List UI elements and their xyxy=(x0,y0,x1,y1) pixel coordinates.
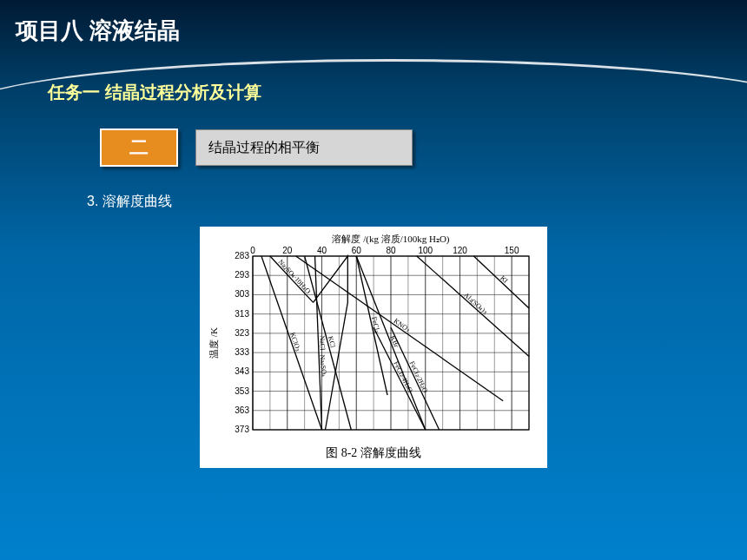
svg-text:323: 323 xyxy=(235,328,249,338)
page-title: 项目八 溶液结晶 xyxy=(16,16,747,46)
svg-text:373: 373 xyxy=(235,425,249,434)
svg-text:溶解度 /(kg 溶质/100kg H₂O): 溶解度 /(kg 溶质/100kg H₂O) xyxy=(332,234,449,245)
svg-text:150: 150 xyxy=(505,246,519,255)
svg-text:60: 60 xyxy=(352,246,362,255)
svg-text:313: 313 xyxy=(235,309,249,319)
section-header: 二 结晶过程的相平衡 xyxy=(100,128,747,167)
svg-text:0: 0 xyxy=(250,246,255,255)
solubility-chart: 溶解度 /(kg 溶质/100kg H₂O)020406080100120150… xyxy=(200,227,547,468)
svg-text:363: 363 xyxy=(235,405,249,415)
svg-text:333: 333 xyxy=(235,347,249,357)
section-number-badge: 二 xyxy=(100,128,178,167)
svg-text:293: 293 xyxy=(235,270,249,280)
svg-text:283: 283 xyxy=(235,251,249,260)
svg-text:343: 343 xyxy=(235,366,249,376)
svg-text:303: 303 xyxy=(235,289,249,299)
svg-text:80: 80 xyxy=(386,246,396,255)
svg-text:KNO₃: KNO₃ xyxy=(393,317,412,333)
svg-text:KClO₃: KClO₃ xyxy=(288,332,302,352)
section-label: 结晶过程的相平衡 xyxy=(195,129,413,166)
svg-text:100: 100 xyxy=(418,246,433,255)
svg-text:353: 353 xyxy=(235,386,249,396)
svg-text:120: 120 xyxy=(453,246,467,255)
svg-text:40: 40 xyxy=(317,246,327,255)
svg-text:NaCl: NaCl xyxy=(318,335,327,351)
svg-text:KCl: KCl xyxy=(327,335,337,349)
chart-caption: 图 8-2 溶解度曲线 xyxy=(205,440,542,463)
svg-text:KBr: KBr xyxy=(388,334,400,348)
body-point: 3. 溶解度曲线 xyxy=(87,193,747,211)
decorative-arc xyxy=(0,59,747,111)
chart-svg: 溶解度 /(kg 溶质/100kg H₂O)020406080100120150… xyxy=(205,232,542,440)
svg-text:20: 20 xyxy=(282,246,293,255)
svg-text:温度 /K: 温度 /K xyxy=(208,327,219,359)
